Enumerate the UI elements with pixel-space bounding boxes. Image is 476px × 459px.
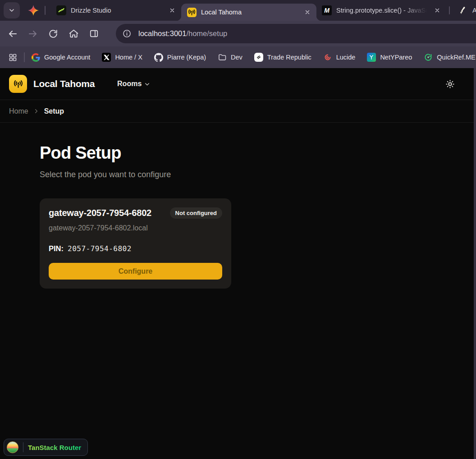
bookmark-label: QuickRef.ME - Quic — [437, 54, 476, 61]
web-page: Local Tahoma Rooms Home Setup Pod Setup … — [0, 68, 476, 459]
mdn-favicon-icon: M — [322, 5, 332, 15]
devtools-label: TanStack Router — [28, 444, 81, 451]
site-info-button[interactable] — [120, 27, 133, 41]
tab-local-tahoma[interactable]: Local Tahoma — [181, 4, 316, 21]
breadcrumb-current: Setup — [44, 107, 64, 115]
home-icon — [69, 28, 79, 39]
tab-partial[interactable]: Ad — [453, 0, 476, 21]
bookmark-label: Google Account — [44, 54, 90, 61]
sparkle-icon[interactable] — [27, 5, 39, 16]
tab-close-icon[interactable] — [433, 6, 442, 15]
tab-label: String.prototype.slice() - JavaSc — [336, 7, 430, 14]
bookmark-lucide[interactable]: Lucide — [323, 53, 356, 62]
lucide-icon — [323, 53, 332, 62]
chevron-down-icon — [8, 7, 15, 14]
forward-arrow-icon — [27, 28, 38, 39]
bookmarks-separator — [24, 52, 25, 62]
pin-value: 2057-7954-6802 — [68, 244, 132, 253]
nav-rooms-menu[interactable]: Rooms — [117, 80, 151, 88]
bookmark-label: Home / X — [115, 54, 142, 61]
tanstack-devtools-badge[interactable]: TanStack Router — [4, 439, 88, 456]
home-button[interactable] — [68, 28, 79, 39]
apps-grid-icon — [8, 53, 18, 62]
trade-republic-icon — [254, 53, 263, 62]
x-logo-icon — [102, 53, 111, 62]
main-content: Pod Setup Select the pod you want to con… — [0, 123, 476, 289]
sun-icon — [445, 79, 455, 89]
url-text[interactable]: localhost:3001/home/setup — [138, 29, 227, 38]
tab-separator — [449, 6, 450, 14]
bookmark-dev-folder[interactable]: Dev — [218, 53, 243, 62]
side-panel-button[interactable] — [88, 28, 99, 39]
tab-close-icon[interactable] — [303, 8, 312, 17]
bookmark-google-account[interactable]: Google Account — [31, 53, 90, 62]
bookmark-label: Lucide — [336, 54, 356, 61]
pod-pin-row: PIN: 2057-7954-6802 — [49, 244, 222, 253]
bookmark-label: Dev — [231, 54, 243, 61]
bookmark-github[interactable]: Piarre (Kepa) — [154, 53, 206, 62]
pin-label: PIN: — [49, 244, 64, 253]
info-icon — [122, 29, 132, 38]
page-subtitle: Select the pod you want to configure — [40, 170, 476, 179]
back-button[interactable] — [7, 28, 18, 39]
tab-label: Ad — [472, 7, 476, 14]
page-title: Pod Setup — [40, 143, 476, 163]
tanstack-logo-icon — [7, 441, 18, 453]
bookmark-label: Piarre (Kepa) — [167, 54, 206, 61]
theme-toggle-button[interactable] — [444, 78, 455, 89]
side-panel-icon — [89, 28, 99, 39]
drizzle-favicon-icon — [56, 5, 66, 15]
back-arrow-icon — [7, 28, 18, 39]
tab-drizzle-studio[interactable]: Drizzle Studio — [51, 0, 181, 21]
bookmarks-bar: Google Account Home / X Piarre (Kepa) De… — [0, 46, 476, 68]
url-host: localhost:3001 — [138, 29, 186, 37]
nav-rooms-label: Rooms — [117, 80, 142, 88]
pod-hostname: gateway-2057-7954-6802.local — [49, 224, 222, 232]
status-badge: Not configured — [170, 207, 222, 219]
browser-tab-strip: Drizzle Studio Local Tahoma M String.pro… — [0, 0, 476, 21]
app-title[interactable]: Local Tahoma — [33, 78, 95, 89]
tab-label: Drizzle Studio — [71, 7, 165, 14]
tab-label: Local Tahoma — [201, 9, 300, 16]
apps-grid-button[interactable] — [7, 52, 18, 63]
browser-toolbar: localhost:3001/home/setup — [0, 21, 476, 46]
pod-card: gateway-2057-7954-6802 Not configured ga… — [40, 198, 231, 289]
quickref-icon — [424, 53, 433, 62]
reload-button[interactable] — [48, 28, 59, 39]
breadcrumb: Home Setup — [0, 100, 476, 123]
forward-button[interactable] — [27, 28, 38, 39]
bookmark-netypareo[interactable]: NetYPareo — [367, 53, 412, 62]
tab-close-icon[interactable] — [168, 6, 177, 15]
google-icon — [31, 53, 40, 62]
github-icon — [154, 53, 163, 62]
chevron-down-icon — [144, 81, 151, 87]
netypareo-icon — [367, 53, 376, 62]
bookmark-trade-republic[interactable]: Trade Republic — [254, 53, 311, 62]
bookmark-quickref[interactable]: QuickRef.ME - Quic — [424, 53, 476, 62]
page-scrollbar[interactable] — [474, 68, 476, 459]
tab-search-button[interactable] — [4, 2, 20, 18]
address-bar[interactable]: localhost:3001/home/setup — [116, 24, 476, 43]
bookmark-label: Trade Republic — [267, 54, 311, 61]
app-header: Local Tahoma Rooms — [0, 68, 476, 100]
chevron-right-icon — [33, 108, 40, 115]
local-tahoma-logo-icon[interactable] — [9, 75, 27, 93]
tab-mdn-slice[interactable]: M String.prototype.slice() - JavaSc — [316, 0, 446, 21]
tab-separator — [45, 6, 46, 15]
breadcrumb-home-link[interactable]: Home — [9, 107, 28, 115]
url-path: /home/setup — [186, 29, 227, 37]
pod-name: gateway-2057-7954-6802 — [49, 208, 151, 218]
bookmark-label: NetYPareo — [380, 54, 412, 61]
folder-icon — [218, 53, 227, 62]
configure-button[interactable]: Configure — [49, 263, 222, 280]
local-tahoma-favicon-icon — [187, 7, 197, 17]
reload-icon — [48, 29, 58, 39]
bookmark-home-x[interactable]: Home / X — [102, 53, 142, 62]
devtools-separator — [23, 442, 23, 452]
boot-favicon-icon — [458, 5, 468, 15]
